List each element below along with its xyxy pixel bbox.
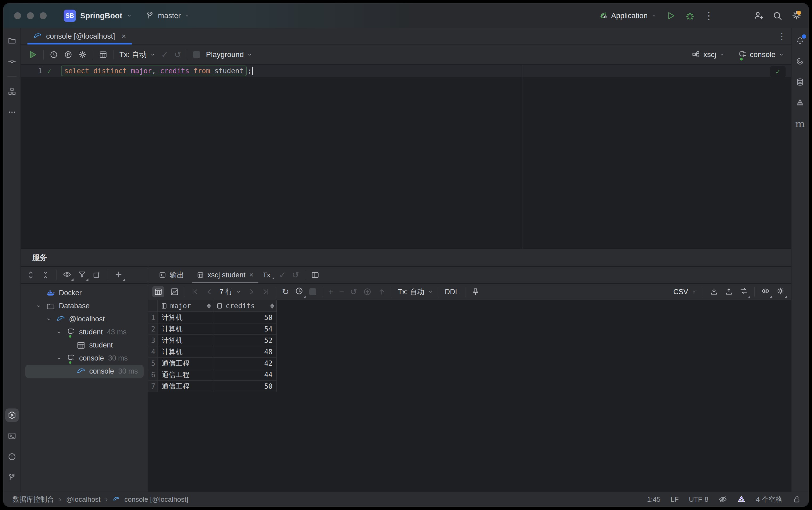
problems-tool-window-button[interactable] [5, 450, 19, 463]
sort-toggle[interactable] [270, 304, 274, 309]
cell-major[interactable]: 计算机 [158, 323, 213, 335]
cell-credits[interactable]: 54 [213, 323, 277, 335]
close-window-button[interactable] [14, 12, 21, 19]
close-tab-icon[interactable]: × [121, 32, 126, 41]
row-number[interactable]: 2 [148, 323, 158, 335]
cell-credits[interactable]: 42 [213, 358, 277, 369]
database-tool-window-button[interactable] [793, 76, 807, 89]
services-panel-title[interactable]: 服务 [21, 249, 791, 267]
editor-gutter[interactable]: 1 ✓ [21, 67, 61, 75]
open-in-new-tab-button[interactable] [93, 271, 101, 279]
grid-tx-mode-selector[interactable]: Tx: 自动 [398, 287, 433, 296]
commit-button[interactable]: ✓ [161, 50, 168, 59]
ddl-button[interactable]: DDL [445, 288, 459, 296]
expand-all-button[interactable] [26, 271, 35, 279]
commit-button[interactable]: ✓ [279, 271, 286, 279]
highlighting-off-icon[interactable] [719, 495, 727, 504]
minimize-window-button[interactable] [27, 12, 34, 19]
add-service-button[interactable] [114, 270, 123, 280]
tree-item-console-session[interactable]: console 30 ms [21, 352, 148, 365]
pin-tab-button[interactable] [471, 287, 480, 296]
rollback-button[interactable]: ↺ [292, 271, 299, 279]
cell-major[interactable]: 计算机 [158, 346, 213, 358]
export-format-selector[interactable]: CSV [673, 288, 697, 296]
sql-editor[interactable]: 1 ✓ select distinct major, credits from … [21, 65, 791, 249]
project-widget[interactable]: SB SpringBoot [64, 9, 132, 22]
chevron-down-icon[interactable] [36, 304, 41, 309]
next-page-button[interactable] [247, 287, 256, 296]
plugin-status-icon[interactable] [737, 495, 746, 504]
chevron-down-icon[interactable] [56, 330, 61, 335]
cell-major[interactable]: 通信工程 [158, 369, 213, 381]
notifications-button[interactable] [793, 34, 807, 47]
grid-view-button[interactable] [152, 286, 164, 298]
breadcrumb-item[interactable]: 数据库控制台 [12, 495, 54, 504]
cell-major[interactable]: 计算机 [158, 312, 213, 323]
grid-settings-button[interactable] [776, 287, 785, 297]
execution-plan-button[interactable] [64, 50, 72, 59]
cell-major[interactable]: 通信工程 [158, 358, 213, 369]
session-selector[interactable]: console [738, 50, 784, 60]
commit-tool-window-button[interactable] [5, 55, 19, 68]
tab-options-button[interactable]: ⋮ [778, 32, 786, 40]
table-view-button[interactable] [99, 50, 107, 59]
last-page-button[interactable] [262, 287, 270, 296]
row-number[interactable]: 5 [148, 358, 158, 369]
row-number[interactable]: 6 [148, 369, 158, 381]
row-number[interactable]: 1 [148, 312, 158, 323]
tree-item-student-table[interactable]: student [21, 339, 148, 352]
query-history-button[interactable] [50, 50, 58, 59]
grid-result-tab[interactable]: xscj.student × [191, 267, 260, 283]
first-page-button[interactable] [191, 287, 199, 296]
chevron-down-icon[interactable] [46, 316, 51, 322]
caret-position-widget[interactable]: 1:45 [647, 495, 661, 504]
tree-item-localhost[interactable]: @localhost [21, 313, 148, 325]
playground-selector[interactable]: Playground [206, 50, 252, 59]
run-configuration-selector[interactable]: Application [599, 11, 657, 20]
revert-changes-button[interactable]: ↺ [350, 287, 357, 296]
row-number[interactable]: 3 [148, 335, 158, 346]
filter-button[interactable] [78, 270, 86, 280]
column-header-major[interactable]: major [158, 300, 213, 312]
page-size-selector[interactable]: 7 行 [220, 287, 241, 296]
code-with-me-button[interactable] [753, 11, 763, 21]
vcs-branch-widget[interactable]: master [146, 11, 190, 20]
import-upload-button[interactable] [725, 287, 733, 296]
git-tool-window-button[interactable] [5, 471, 19, 484]
breadcrumb[interactable]: 数据库控制台 › @localhost › console [@localhos… [12, 495, 188, 504]
console-settings-button[interactable] [78, 50, 87, 59]
tree-item-student-session[interactable]: student 43 ms [21, 325, 148, 339]
split-view-button[interactable] [311, 271, 319, 279]
chevron-down-icon[interactable] [56, 356, 61, 361]
indent-widget[interactable]: 4 个空格 [756, 495, 782, 504]
project-tool-window-button[interactable] [5, 34, 19, 47]
tree-item-docker[interactable]: Docker [21, 286, 148, 300]
collapse-all-button[interactable] [41, 271, 50, 279]
tx-indicator[interactable]: Tx [263, 271, 273, 279]
add-row-button[interactable]: + [328, 287, 333, 296]
breadcrumb-item[interactable]: console [@localhost] [124, 495, 188, 504]
more-tool-windows-button[interactable] [5, 106, 19, 119]
editor-tab-console[interactable]: console [@localhost] × [27, 28, 132, 45]
execute-button[interactable] [27, 50, 37, 60]
tx-mode-selector[interactable]: Tx: 自动 [119, 50, 155, 60]
cell-major[interactable]: 计算机 [158, 335, 213, 346]
export-download-button[interactable] [710, 287, 718, 296]
lock-open-icon[interactable] [792, 495, 801, 504]
services-tool-window-button[interactable] [5, 408, 19, 422]
stop-refresh-button[interactable] [309, 288, 316, 295]
maximize-window-button[interactable] [40, 12, 47, 19]
maven-tool-window-button[interactable]: m [793, 117, 807, 130]
stop-button[interactable] [193, 51, 200, 58]
dependencies-tool-window-button[interactable] [793, 96, 807, 110]
ai-assistant-button[interactable] [793, 55, 807, 68]
cell-credits[interactable]: 48 [213, 346, 277, 358]
line-ending-widget[interactable]: LF [670, 495, 678, 504]
cell-credits[interactable]: 50 [213, 381, 277, 392]
encoding-widget[interactable]: UTF-8 [689, 495, 708, 504]
auto-refresh-button[interactable] [295, 287, 303, 297]
row-number[interactable]: 4 [148, 346, 158, 358]
window-controls[interactable] [14, 12, 47, 19]
data-grid[interactable]: major credits 1 计算机 50 [148, 300, 791, 491]
debug-button[interactable] [685, 11, 695, 21]
